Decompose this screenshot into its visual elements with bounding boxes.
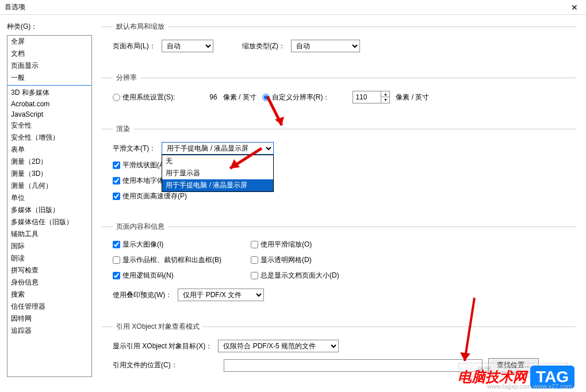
sidebar-item[interactable]: 安全性 xyxy=(7,120,91,132)
sidebar-item[interactable]: 多媒体（旧版） xyxy=(7,204,91,216)
xobject-target-label: 显示引用 XObject 对象目标(X)： xyxy=(113,341,212,351)
chk-page-cache[interactable]: 使用页面高速缓存(P) xyxy=(113,191,187,201)
annotation-arrow-icon xyxy=(265,94,288,134)
overprint-label: 使用叠印预览(W)： xyxy=(113,290,172,300)
sidebar-item[interactable]: 国际 xyxy=(7,240,91,252)
sidebar-item[interactable]: 安全性（增强） xyxy=(7,132,91,144)
group-layout-legend: 默认布局和缩放 xyxy=(113,22,168,32)
xobject-target-select[interactable]: 仅限符合 PDF/X-5 规范的文件 xyxy=(218,340,339,352)
sidebar-item[interactable]: 多媒体信任（旧版） xyxy=(7,216,91,228)
sidebar-item[interactable]: 测量（3D） xyxy=(7,168,91,180)
zoom-type-select[interactable]: 自动 xyxy=(291,40,360,52)
ref-file-loc-label: 引用文件的位置(C)： xyxy=(113,360,178,370)
sidebar-item[interactable]: 3D 和多媒体 xyxy=(7,87,91,99)
chk-transparency[interactable]: 显示透明网格(D) xyxy=(251,255,383,265)
spin-up-icon[interactable]: ▲ xyxy=(381,91,389,97)
sidebar-item[interactable]: 拼写检查 xyxy=(7,264,91,276)
zoom-type-label: 缩放类型(Z)： xyxy=(242,41,285,51)
px-per-inch-2: 像素 / 英寸 xyxy=(396,93,429,102)
group-render: 渲染 平滑文本(T)： 用于手提电脑 / 液晶显示屏 无用于显示器用于手提电脑 … xyxy=(101,124,576,217)
annotation-arrow-icon xyxy=(460,295,477,370)
window-title: 首选项 xyxy=(5,2,568,12)
sidebar-item[interactable]: 一般 xyxy=(7,72,91,84)
sidebar-item[interactable]: 辅助工具 xyxy=(7,228,91,240)
watermark-url: www.tagxp.com www.x27.com xyxy=(487,383,572,390)
sidebar-item[interactable]: 文档 xyxy=(7,48,91,60)
sidebar-item[interactable]: 朗读 xyxy=(7,252,91,264)
overprint-select[interactable]: 仅用于 PDF/X 文件 xyxy=(178,289,264,301)
group-render-legend: 渲染 xyxy=(113,124,133,134)
close-icon[interactable]: ✕ xyxy=(568,3,581,12)
spin-down-icon[interactable]: ▼ xyxy=(381,97,389,103)
radio-system-res[interactable]: 使用系统设置(S): xyxy=(113,93,175,102)
system-res-value: 96 xyxy=(209,93,217,101)
sidebar-item[interactable]: Acrobat.com xyxy=(7,99,91,109)
category-label: 种类(G)： xyxy=(7,22,92,32)
group-page-content-legend: 页面内容和信息 xyxy=(113,222,168,232)
group-resolution: 分辨率 使用系统设置(S): 96 像素 / 英寸 自定义分辨率(R)： ▲▼ … xyxy=(101,73,576,120)
watermark: 电脑技术网 TAG www.tagxp.com www.x27.com xyxy=(458,366,574,389)
chk-smooth-zoom[interactable]: 使用平滑缩放(O) xyxy=(251,240,383,249)
chk-smooth-line[interactable]: 平滑线状图(A) xyxy=(113,160,166,170)
category-list[interactable]: 全屏文档页面显示一般3D 和多媒体Acrobat.comJavaScript安全… xyxy=(7,35,92,377)
annotation-arrow-icon xyxy=(221,145,267,174)
sidebar-item[interactable]: JavaScript xyxy=(7,109,91,120)
sidebar-item[interactable]: 测量（几何） xyxy=(7,180,91,192)
page-layout-select[interactable]: 自动 xyxy=(162,40,213,52)
sidebar-item[interactable]: 追踪器 xyxy=(7,325,91,337)
chk-doc-size[interactable]: 总是显示文档页面大小(D) xyxy=(251,271,383,280)
group-resolution-legend: 分辨率 xyxy=(113,73,140,83)
chk-large-img[interactable]: 显示大图像(I) xyxy=(113,240,245,249)
sidebar-item[interactable]: 身份信息 xyxy=(7,276,91,289)
sidebar-item[interactable]: 信任管理器 xyxy=(7,301,91,313)
ref-file-loc-input[interactable] xyxy=(224,359,482,372)
group-page-content: 页面内容和信息 显示大图像(I) 使用平滑缩放(O) 显示作品框、裁切框和出血框… xyxy=(101,222,576,317)
sidebar-item[interactable]: 表单 xyxy=(7,144,91,156)
group-xobject-legend: 引用 XObject 对象查看模式 xyxy=(113,322,203,332)
chk-logical-page[interactable]: 使用逻辑页码(N) xyxy=(113,271,245,280)
sidebar-item[interactable]: 测量（2D） xyxy=(7,156,91,168)
sidebar-item[interactable]: 因特网 xyxy=(7,313,91,325)
dropdown-option[interactable]: 用于手提电脑 / 液晶显示屏 xyxy=(162,179,273,191)
sidebar-item[interactable]: 单位 xyxy=(7,192,91,204)
group-layout: 默认布局和缩放 页面布局(L)： 自动 缩放类型(Z)： 自动 xyxy=(101,22,576,68)
sidebar-item[interactable]: 搜索 xyxy=(7,289,91,301)
chk-local-font[interactable]: 使用本地字体 xyxy=(113,176,164,186)
sidebar-item[interactable]: 全屏 xyxy=(7,36,91,48)
custom-res-input[interactable] xyxy=(353,91,381,103)
px-per-inch-1: 像素 / 英寸 xyxy=(223,93,256,102)
sidebar-item[interactable]: 页面显示 xyxy=(7,60,91,72)
svg-marker-2 xyxy=(460,352,470,361)
page-layout-label: 页面布局(L)： xyxy=(113,41,156,51)
smooth-text-label: 平滑文本(T)： xyxy=(113,144,156,153)
chk-crop-box[interactable]: 显示作品框、裁切框和出血框(B) xyxy=(113,255,245,265)
